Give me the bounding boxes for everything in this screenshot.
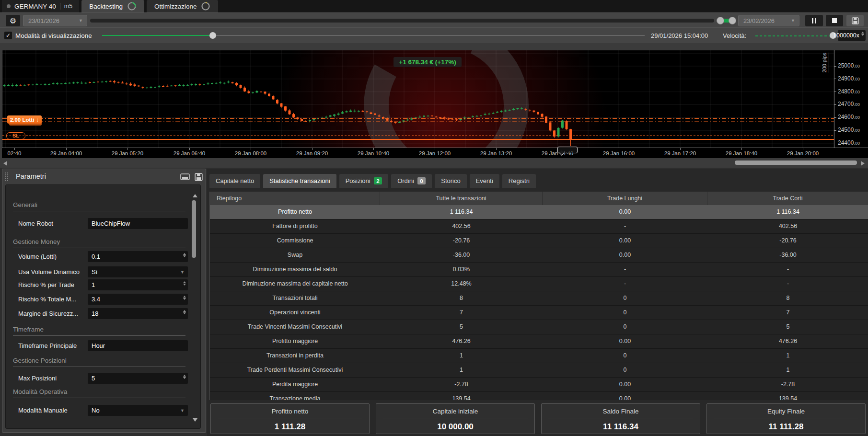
stepper-arrows-icon[interactable]: [183, 375, 186, 379]
drag-handle-icon[interactable]: [5, 172, 9, 181]
table-row[interactable]: Diminuzione massima del saldo0.03%--: [210, 263, 868, 277]
price-axis-label: 24700.00: [838, 101, 860, 107]
position-badge[interactable]: 2.00 Lotti ↓: [7, 115, 42, 124]
table-row[interactable]: Transazione media139.540.00139.54: [210, 392, 868, 400]
tab-registri[interactable]: Registri: [502, 174, 536, 188]
table-row[interactable]: Trade Perdenti Massimi Consecutivi101: [210, 363, 868, 378]
table-cell: 0: [543, 291, 707, 305]
table-row[interactable]: Trade Vincenti Massimi Consecutivi505: [210, 320, 868, 334]
stepper-arrows-icon[interactable]: [183, 253, 186, 257]
tab-posizioni[interactable]: Posizioni2: [339, 174, 388, 188]
table-cell: Transazioni in perdita: [210, 349, 380, 363]
top-tab-bar: GERMANY 40 m5 Backtesting Ottimizzazione: [0, 0, 868, 12]
field-input-rischio-per-trade[interactable]: 1: [88, 279, 188, 290]
scroll-right-icon[interactable]: [861, 161, 865, 166]
table-cell: 1 116.34: [707, 205, 868, 219]
parameters-form: GeneraliNome RobotBlueChipFlowGestione M…: [5, 184, 201, 429]
range-handle-right[interactable]: [729, 17, 736, 24]
chevron-down-icon: ▼: [180, 408, 185, 413]
backtesting-progress-ring-icon: [127, 1, 137, 11]
table-row[interactable]: Swap-36.000.00-36.00: [210, 248, 868, 263]
time-tick: [435, 148, 435, 150]
table-row[interactable]: Transazioni totali808: [210, 291, 868, 306]
scroll-down-icon[interactable]: [193, 418, 197, 422]
visual-mode-checkbox[interactable]: ✓: [4, 32, 12, 39]
tab-label: Posizioni: [346, 177, 370, 184]
field-input-usa-volume-dinamico[interactable]: Sì▼: [88, 266, 188, 277]
table-cell: 402.56: [707, 219, 868, 233]
tab-statistiche-transazioni[interactable]: Statistiche transazioni: [263, 174, 336, 188]
settings-button[interactable]: ⚙: [6, 15, 20, 26]
stepper-arrows-icon[interactable]: [183, 296, 186, 300]
table-cell: Diminuzione massima del capitale netto: [210, 277, 380, 291]
table-row[interactable]: Transazioni in perdita101: [210, 349, 868, 363]
speed-slider-track[interactable]: [755, 35, 833, 36]
column-header[interactable]: Trade Corti: [707, 192, 868, 205]
field-input-timeframe-principale[interactable]: Hour: [88, 340, 188, 351]
stepper-arrows-icon[interactable]: [861, 32, 864, 36]
field-input-rischio-totale-m-[interactable]: 3.4: [88, 294, 188, 305]
tab-storico[interactable]: Storico: [435, 174, 466, 188]
stop-button[interactable]: [826, 15, 843, 26]
pause-button[interactable]: [805, 15, 823, 26]
folder-open-icon[interactable]: [180, 173, 190, 181]
section-title: Modalità Operativa: [13, 388, 67, 395]
field-input-max-posizioni[interactable]: 5: [88, 373, 188, 384]
table-row[interactable]: Commissione-20.760.00-20.76: [210, 234, 868, 248]
save-button[interactable]: [846, 15, 864, 26]
price-axis-label: 24800.00: [838, 88, 860, 95]
save-parameters-icon[interactable]: [195, 173, 203, 181]
backtesting-app: GERMANY 40 m5 Backtesting Ottimizzazione…: [0, 0, 868, 436]
card-title: Capitale iniziale: [376, 408, 534, 415]
field-input-volume-lotti-[interactable]: 0.1: [88, 251, 188, 262]
time-tick: [373, 148, 374, 150]
speed-stepper[interactable]: 1000000x: [838, 30, 866, 41]
date-range-track[interactable]: [90, 19, 714, 23]
stepper-arrows-icon[interactable]: [183, 310, 186, 314]
tab-ottimizzazione[interactable]: Ottimizzazione: [147, 0, 219, 12]
stop-loss-tag[interactable]: SL: [6, 132, 25, 139]
parameters-panel: Parametri GeneraliNome RobotBlueChipFlow…: [2, 169, 206, 433]
horizontal-scrollbar[interactable]: [735, 161, 857, 165]
tab-backtesting[interactable]: Backtesting: [81, 0, 144, 12]
field-label: Modalità Manuale: [18, 407, 88, 414]
playback-progress-rest[interactable]: [214, 35, 645, 36]
time-tick: [127, 148, 128, 150]
table-cell: Trade Vincenti Massimi Consecutivi: [210, 320, 380, 334]
column-header[interactable]: Riepilogo: [210, 192, 380, 205]
stepper-arrows-icon[interactable]: [183, 281, 186, 286]
summary-cards: Profitto netto1 111.28Capitale iniziale1…: [210, 403, 866, 434]
table-row[interactable]: Profitto netto1 116.340.001 116.34: [210, 205, 868, 219]
start-date-select[interactable]: 23/01/2026 ▼: [23, 15, 87, 26]
end-date-select[interactable]: 23/02/2026 ▼: [738, 15, 799, 26]
playhead-marker[interactable]: [557, 147, 578, 153]
instrument-tab[interactable]: GERMANY 40 m5: [2, 0, 79, 12]
price-axis[interactable]: 25000.0024900.0024800.0024700.0024600.00…: [834, 50, 868, 148]
playback-progress-handle[interactable]: [209, 32, 216, 39]
card-value: 10 000.00: [376, 422, 534, 432]
range-handle-left[interactable]: [717, 17, 724, 24]
column-header[interactable]: Tutte le transazioni: [380, 192, 543, 205]
table-row[interactable]: Perdita maggiore-2.780.00-2.78: [210, 378, 868, 392]
price-chart[interactable]: +1 678.34 € (+17%) 2.00 Lotti ↓ SL: [2, 50, 834, 148]
end-date-value: 23/02/2026: [743, 17, 775, 24]
vertical-scrollbar[interactable]: [192, 200, 196, 258]
table-row[interactable]: Operazioni vincenti707: [210, 306, 868, 320]
gear-icon: ⚙: [10, 16, 16, 25]
playback-progress-done[interactable]: [102, 35, 210, 36]
field-input-margine-di-sicurezz-[interactable]: 18: [88, 308, 188, 319]
column-header[interactable]: Trade Lunghi: [543, 192, 707, 205]
time-axis-label: 29 Jan 16:00: [603, 150, 635, 156]
scroll-up-icon[interactable]: [193, 194, 197, 197]
table-row[interactable]: Fattore di profitto402.56-402.56: [210, 219, 868, 234]
table-cell: 0: [543, 306, 707, 320]
field-input-nome-robot[interactable]: BlueChipFlow: [88, 218, 188, 229]
table-row[interactable]: Profitto maggiore476.260.00476.26: [210, 334, 868, 349]
scroll-left-icon[interactable]: [3, 161, 7, 166]
tab-capitale-netto[interactable]: Capitale netto: [209, 174, 260, 188]
time-axis[interactable]: 02:4029 Jan 04:0029 Jan 05:2029 Jan 06:4…: [2, 148, 868, 158]
field-input-modalit-manuale[interactable]: No▼: [88, 405, 188, 416]
tab-ordini[interactable]: Ordini0: [391, 174, 432, 188]
table-row[interactable]: Diminuzione massima del capitale netto12…: [210, 277, 868, 291]
tab-eventi[interactable]: Eventi: [470, 174, 499, 188]
